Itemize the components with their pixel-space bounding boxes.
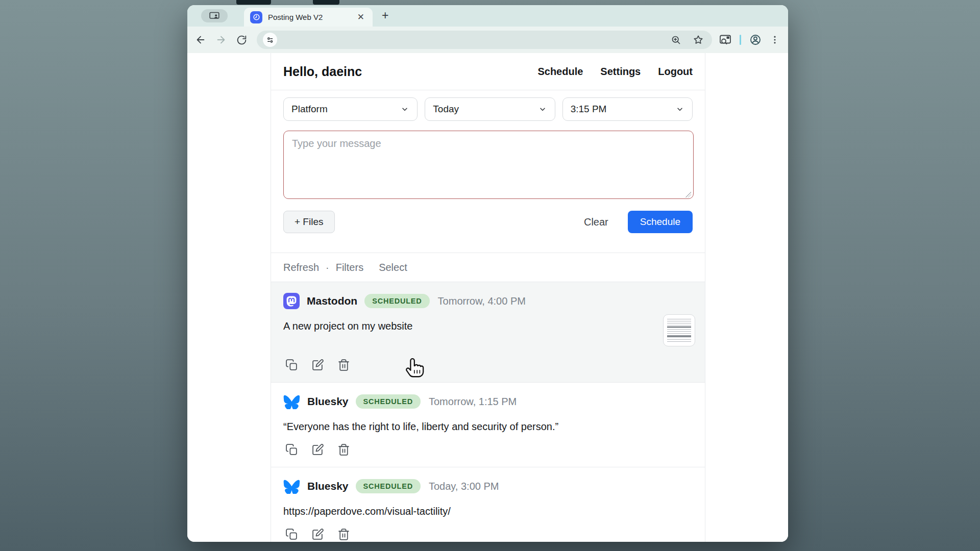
platform-select-value: Platform [291,104,328,115]
post-message: A new project on my website [283,319,693,333]
status-badge: SCHEDULED [356,479,421,494]
tab-title: Posting Web V2 [268,13,355,21]
clock-icon [250,11,262,23]
tune-icon[interactable] [263,33,277,47]
bookmark-star-icon[interactable] [693,34,704,45]
kebab-menu-icon[interactable] [770,35,780,45]
copy-icon[interactable] [283,441,300,458]
clear-button[interactable]: Clear [584,216,608,228]
schedule-button[interactable]: Schedule [628,211,693,233]
post-time: Today, 3:00 PM [429,481,499,492]
time-select[interactable]: 3:15 PM [562,97,693,121]
browser-toolbar [187,27,788,53]
add-files-button[interactable]: + Files [283,211,335,233]
post-platform: Bluesky [307,395,349,408]
edit-icon[interactable] [309,441,326,458]
select-link[interactable]: Select [379,262,407,273]
list-toolbar: Refresh · Filters Select [271,253,705,282]
status-badge: SCHEDULED [356,394,421,409]
chevron-down-icon [676,105,684,113]
filters-link[interactable]: Filters [336,262,363,273]
browser-window: Posting Web V2 ✕ + [187,5,788,542]
side-panel-search-icon[interactable] [719,34,731,45]
browser-tab[interactable]: Posting Web V2 ✕ [244,8,373,27]
post-platform: Mastodon [307,295,357,307]
tab-strip: Posting Web V2 ✕ + [187,5,788,27]
page-title: Hello, daeinc [283,64,362,79]
new-tab-button[interactable]: + [382,10,388,21]
web-page: Hello, daeinc Schedule Settings Logout P… [187,53,788,542]
copy-icon[interactable] [283,357,300,373]
toolbar-dot: · [326,262,329,273]
nav-schedule[interactable]: Schedule [537,66,583,78]
profile-icon[interactable] [749,34,762,46]
app-header: Hello, daeinc Schedule Settings Logout [271,53,705,90]
background-window-edge [313,0,339,5]
post-message: “Everyone has the right to life, liberty… [283,419,693,434]
refresh-link[interactable]: Refresh [283,262,319,273]
composer: Platform Today 3:15 PM [271,97,705,233]
message-input[interactable] [283,131,694,199]
trash-icon[interactable] [335,441,352,458]
url-bar[interactable] [257,31,712,49]
chevron-down-icon [401,105,409,113]
background-window-edge [236,0,271,5]
zoom-in-icon[interactable] [671,35,681,45]
reload-icon[interactable] [231,30,252,50]
app-nav: Schedule Settings Logout [537,66,693,78]
tab-search-button[interactable] [201,9,228,22]
post-platform: Bluesky [307,480,349,492]
toolbar-separator [740,35,741,45]
post-time: Tomorrow, 4:00 PM [438,295,526,307]
forward-icon[interactable] [211,30,231,50]
date-select[interactable]: Today [425,97,555,121]
trash-icon[interactable] [335,357,352,373]
nav-logout[interactable]: Logout [658,66,693,78]
back-icon[interactable] [190,30,211,50]
bluesky-icon [283,393,300,410]
screen-share-icon [209,12,219,20]
document-thumbnail-lines [667,319,691,342]
bluesky-icon [283,478,300,495]
platform-select[interactable]: Platform [283,97,418,121]
trash-icon[interactable] [335,526,352,542]
chevron-down-icon [538,105,547,113]
edit-icon[interactable] [309,526,326,542]
post-row-mastodon[interactable]: Mastodon SCHEDULED Tomorrow, 4:00 PM A n… [271,282,705,383]
nav-settings[interactable]: Settings [600,66,641,78]
post-row-bluesky-1[interactable]: Bluesky SCHEDULED Tomorrow, 1:15 PM “Eve… [271,383,705,467]
mastodon-icon [283,293,300,309]
content-column: Hello, daeinc Schedule Settings Logout P… [271,53,705,542]
post-message: https://paperdove.com/visual-tactility/ [283,504,693,518]
edit-icon[interactable] [309,357,326,373]
post-row-bluesky-2[interactable]: Bluesky SCHEDULED Today, 3:00 PM https:/… [271,467,705,542]
copy-icon[interactable] [283,526,300,542]
attachment-thumbnail[interactable] [663,314,695,346]
tab-close-icon[interactable]: ✕ [355,12,366,22]
post-time: Tomorrow, 1:15 PM [429,396,517,408]
status-badge: SCHEDULED [364,294,429,309]
time-select-value: 3:15 PM [571,104,607,115]
date-select-value: Today [433,104,459,115]
